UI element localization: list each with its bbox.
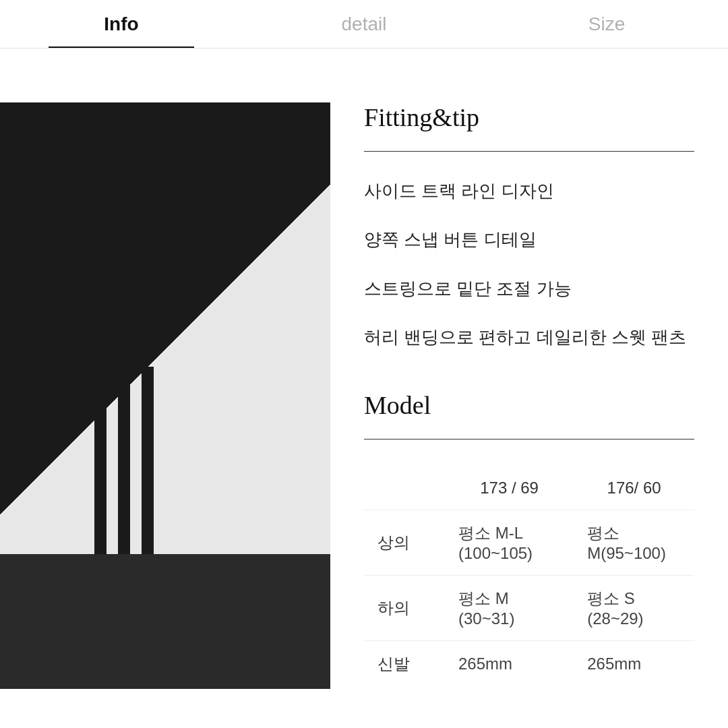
model-title: Model: [364, 390, 694, 420]
fitting-divider: [364, 151, 694, 152]
feature-list: 사이드 트랙 라인 디자인 양쪽 스냅 버튼 디테일 스트링으로 밑단 조절 가…: [364, 179, 694, 350]
model-row-bottom-label: 하의: [364, 575, 445, 640]
stripe-2: [118, 367, 130, 555]
main-content: Fitting&tip 사이드 트랙 라인 디자인 양쪽 스냅 버튼 디테일 스…: [0, 49, 728, 728]
model-row-top: 상의 평소 M-L (100~105) 평소 M(95~100): [364, 510, 694, 575]
model-col-2: 176/ 60: [574, 466, 694, 510]
feature-item-4: 허리 밴딩으로 편하고 데일리한 스웻 팬츠: [364, 325, 694, 349]
model-row-top-label: 상의: [364, 510, 445, 575]
fitting-section: Fitting&tip 사이드 트랙 라인 디자인 양쪽 스냅 버튼 디테일 스…: [364, 102, 694, 350]
model-row-shoes-col2: 265mm: [574, 640, 694, 687]
stripe-1: [94, 367, 107, 555]
model-divider: [364, 439, 694, 439]
tab-size[interactable]: Size: [485, 0, 728, 48]
tab-info[interactable]: Info: [0, 0, 243, 48]
tab-detail-label: detail: [342, 13, 387, 35]
model-row-shoes-col1: 265mm: [445, 640, 574, 687]
model-row-bottom: 하의 평소 M (30~31) 평소 S (28~29): [364, 575, 694, 640]
feature-item-1: 사이드 트랙 라인 디자인: [364, 179, 694, 203]
model-row-top-col2: 평소 M(95~100): [574, 510, 694, 575]
model-table-header-row: 173 / 69 176/ 60: [364, 466, 694, 510]
feature-item-2: 양쪽 스냅 버튼 디테일: [364, 227, 694, 251]
fitting-title: Fitting&tip: [364, 102, 694, 132]
info-panel: Fitting&tip 사이드 트랙 라인 디자인 양쪽 스냅 버튼 디테일 스…: [330, 102, 728, 728]
tab-bar: Info detail Size: [0, 0, 728, 49]
product-image-inner: [0, 102, 330, 689]
model-row-shoes-label: 신발: [364, 640, 445, 687]
model-section: Model 173 / 69 176/ 60 상의 평소 M-L (100~10…: [364, 390, 694, 687]
model-row-bottom-col2: 평소 S (28~29): [574, 575, 694, 640]
stripe-3: [142, 367, 154, 555]
model-row-shoes: 신발 265mm 265mm: [364, 640, 694, 687]
model-row-top-col1: 평소 M-L (100~105): [445, 510, 574, 575]
feature-item-3: 스트링으로 밑단 조절 가능: [364, 276, 694, 301]
model-table: 173 / 69 176/ 60 상의 평소 M-L (100~105) 평소 …: [364, 466, 694, 687]
product-image: [0, 102, 330, 689]
model-col-1: 173 / 69: [445, 466, 574, 510]
model-row-bottom-col1: 평소 M (30~31): [445, 575, 574, 640]
tab-detail[interactable]: detail: [243, 0, 485, 48]
tab-size-label: Size: [588, 13, 625, 35]
model-col-label: [364, 466, 445, 510]
tab-info-label: Info: [104, 13, 138, 35]
